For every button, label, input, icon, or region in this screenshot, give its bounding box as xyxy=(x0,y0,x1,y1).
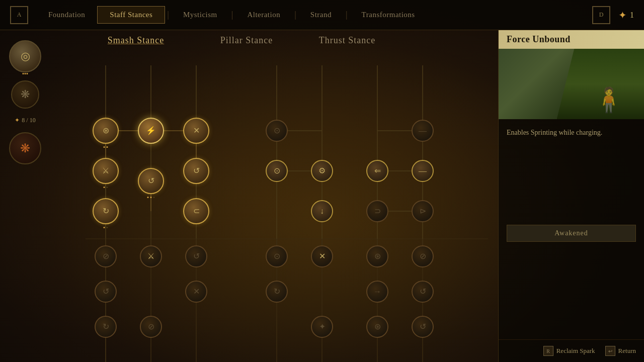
thrust-node-2-1[interactable]: ⇐ xyxy=(366,160,388,182)
lower-node-1-5[interactable]: ✕ xyxy=(311,245,333,267)
reclaim-spark-button[interactable]: R Reclaim Spark xyxy=(543,346,595,356)
lower-node-1-2[interactable]: ⚔ xyxy=(140,245,162,267)
skill-tree: Smash Stance Pillar Stance Thrust Stance xyxy=(50,30,498,362)
node-icon: ⇐ xyxy=(374,167,381,175)
lower-node-2-3[interactable]: ↻ xyxy=(266,281,288,303)
nodes-layer: ⊛ ⚡ ✕ ⊙ — ⚔ xyxy=(50,30,498,362)
pillar-node-2-2[interactable]: ⚙ xyxy=(311,160,333,182)
nav-item-transformations[interactable]: Transformations xyxy=(350,7,427,23)
lower-node-1-4[interactable]: ⊙ xyxy=(266,245,288,267)
node-icon: ↻ xyxy=(274,288,280,296)
panel-title: Force Unbound xyxy=(499,30,644,49)
lower-node-3-4[interactable]: ⊛ xyxy=(366,316,388,338)
nav-sep-3: | xyxy=(292,10,298,20)
node-icon: ↻ xyxy=(103,207,109,215)
node-icon: ↺ xyxy=(193,252,200,260)
left-sidebar: ◎ ❋ ✦ 8 / 10 ❋ xyxy=(0,30,50,362)
nav-right: D ✦ 1 xyxy=(592,6,634,24)
thrust-node-3-2[interactable]: ⊳ xyxy=(412,200,434,222)
nav-item-mysticism[interactable]: Mysticism xyxy=(171,7,229,23)
smash-node-2-1[interactable]: ⚔ xyxy=(93,158,119,184)
node-icon: ⊙ xyxy=(274,127,280,135)
stance-header-thrust[interactable]: Thrust Stance xyxy=(319,35,375,45)
lower-node-2-5[interactable]: ↺ xyxy=(412,281,434,303)
node-icon: ↺ xyxy=(148,177,154,185)
nav-item-foundation[interactable]: Foundation xyxy=(36,7,97,23)
orb-icon: ◎ xyxy=(21,50,30,63)
node-icon: ⊛ xyxy=(374,252,381,260)
return-icon: ↩ xyxy=(605,346,615,356)
sidebar-badge[interactable]: ❋ xyxy=(11,80,39,109)
node-icon: ↻ xyxy=(103,323,109,331)
badge-icon: ❋ xyxy=(21,88,30,101)
node-icon: ⊘ xyxy=(148,323,154,331)
lower-node-1-7[interactable]: ⊘ xyxy=(412,245,434,267)
right-panel: Force Unbound 🧍 Enables Sprinting while … xyxy=(498,30,644,362)
lower-node-2-4[interactable]: → xyxy=(366,281,388,303)
nav-sep-1: | xyxy=(165,10,171,20)
sidebar-orb[interactable]: ◎ xyxy=(9,40,41,72)
nav-item-staff-stances[interactable]: Staff Stances xyxy=(97,6,165,24)
nav-bar: A Foundation Staff Stances | Mysticism |… xyxy=(0,0,644,30)
lower-node-2-1[interactable]: ↺ xyxy=(95,281,117,303)
pillar-node-3-1[interactable]: ↓ xyxy=(311,200,333,222)
node-icon: ↺ xyxy=(103,288,109,296)
smash-node-1-1[interactable]: ⊛ xyxy=(93,118,119,144)
lower-node-3-3[interactable]: ✦ xyxy=(311,316,333,338)
panel-image-figure: 🧍 xyxy=(594,86,624,114)
node-icon: ✕ xyxy=(193,127,200,135)
node-icon: — xyxy=(419,127,427,135)
smash-node-1-3[interactable]: ✕ xyxy=(183,118,209,144)
pillar-node-1-1[interactable]: ⊙ xyxy=(266,120,288,142)
node-icon: ↓ xyxy=(320,207,324,215)
node-icon: ⊙ xyxy=(274,252,280,260)
panel-description: Enables Sprinting while charging. xyxy=(499,119,644,225)
node-icon: ⊛ xyxy=(374,323,381,331)
spark-counter: ✦ 8 / 10 xyxy=(15,117,35,124)
smash-node-2-3[interactable]: ↺ xyxy=(183,158,209,184)
smash-node-3-2[interactable]: ⊂ xyxy=(183,198,209,224)
node-icon: ✕ xyxy=(319,252,326,260)
node-icon: — xyxy=(419,167,427,175)
panel-footer: R Reclaim Spark ↩ Return xyxy=(499,339,644,362)
lower-node-1-3[interactable]: ↺ xyxy=(185,245,207,267)
nav-item-strand[interactable]: Strand xyxy=(298,7,344,23)
lower-node-2-2[interactable]: ✕ xyxy=(185,281,207,303)
thrust-node-1-1[interactable]: — xyxy=(412,120,434,142)
badge2-icon: ❋ xyxy=(20,141,30,155)
thrust-node-2-2[interactable]: — xyxy=(412,160,434,182)
smash-node-1-2[interactable]: ⚡ xyxy=(138,118,164,144)
pillar-node-2-1[interactable]: ⊙ xyxy=(266,160,288,182)
panel-status-badge: Awakened xyxy=(507,225,636,242)
smash-node-3-1[interactable]: ↻ xyxy=(93,198,119,224)
lower-node-1-1[interactable]: ⊘ xyxy=(95,245,117,267)
lower-node-3-2[interactable]: ⊘ xyxy=(140,316,162,338)
lower-node-1-6[interactable]: ⊛ xyxy=(366,245,388,267)
return-button[interactable]: ↩ Return xyxy=(605,346,636,356)
stance-headers: Smash Stance Pillar Stance Thrust Stance xyxy=(80,35,498,46)
node-icon: ✕ xyxy=(193,288,200,296)
nav-item-alteration[interactable]: Alteration xyxy=(235,7,292,23)
node-icon: ⚔ xyxy=(102,167,109,175)
node-icon: ↺ xyxy=(420,288,426,296)
node-icon: ⊘ xyxy=(420,252,426,260)
spark-sidebar-icon: ✦ xyxy=(15,117,20,124)
node-icon: ✦ xyxy=(319,323,326,331)
stance-header-pillar[interactable]: Pillar Stance xyxy=(220,35,273,45)
stance-header-smash[interactable]: Smash Stance xyxy=(108,35,165,45)
reclaim-icon: R xyxy=(543,346,553,356)
node-icon: ⊳ xyxy=(420,207,426,215)
node-icon: ⚡ xyxy=(146,127,156,135)
smash-node-2-2[interactable]: ↺ xyxy=(138,168,164,194)
nav-corner-right[interactable]: D xyxy=(592,6,610,24)
node-icon: ⊙ xyxy=(274,167,280,175)
sidebar-badge-2[interactable]: ❋ xyxy=(9,132,41,164)
lower-node-3-1[interactable]: ↻ xyxy=(95,316,117,338)
thrust-node-3-1[interactable]: ⊃ xyxy=(366,200,388,222)
lower-node-3-5[interactable]: ↺ xyxy=(412,316,434,338)
node-icon: ⊃ xyxy=(374,207,381,215)
nav-corner-left[interactable]: A xyxy=(10,6,28,24)
nav-sep-2: | xyxy=(229,10,235,20)
spark-count-display: ✦ 1 xyxy=(618,9,634,21)
node-icon: ⚙ xyxy=(318,167,326,175)
